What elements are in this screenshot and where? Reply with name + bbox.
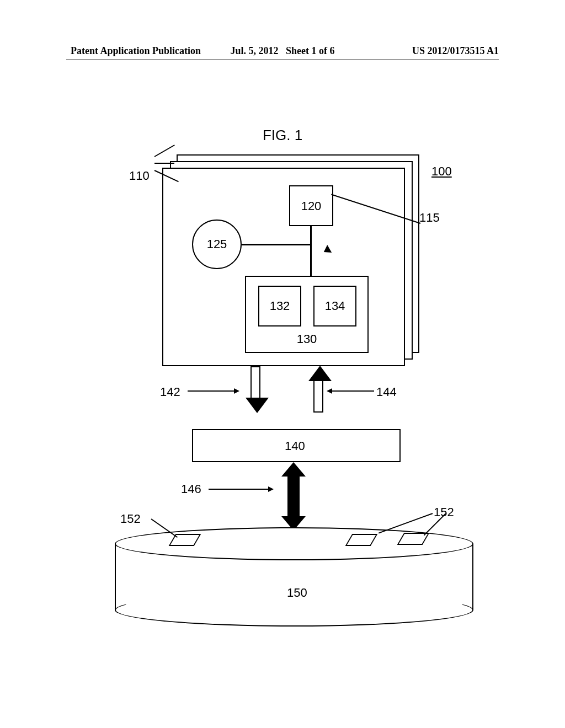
arrow-146 xyxy=(282,462,305,531)
circle-125: 125 xyxy=(192,220,242,269)
header-center: Jul. 5, 2012 Sheet 1 of 6 xyxy=(230,45,334,57)
label-152-left: 152 xyxy=(120,512,141,526)
header-left: Patent Application Publication xyxy=(71,45,201,57)
figure-title: FIG. 1 xyxy=(263,127,302,144)
label-140: 140 xyxy=(285,439,305,453)
figure-1-diagram: 120 125 132 134 130 110 100 115 142 144 … xyxy=(78,154,487,596)
page-header: Patent Application Publication Jul. 5, 2… xyxy=(0,45,565,57)
arrow-142 xyxy=(247,366,264,413)
box-134: 134 xyxy=(313,286,356,326)
leader-142 xyxy=(188,390,238,392)
box-132: 132 xyxy=(258,286,301,326)
header-rule xyxy=(66,60,499,60)
label-152-right: 152 xyxy=(434,505,454,520)
leader-110 xyxy=(154,144,175,157)
label-115: 115 xyxy=(419,211,440,225)
label-110: 110 xyxy=(129,169,150,183)
arrow-144 xyxy=(310,366,327,413)
label-144: 144 xyxy=(376,385,397,399)
connector-125 xyxy=(242,244,311,245)
leader-146 xyxy=(209,489,273,490)
leader-144 xyxy=(332,390,374,392)
label-130: 130 xyxy=(246,332,367,346)
box-120: 120 xyxy=(289,185,333,226)
header-pubno: US 2012/0173515 A1 xyxy=(412,45,499,57)
box-130: 132 134 130 xyxy=(245,276,369,353)
label-142: 142 xyxy=(160,385,180,399)
connector-120-130 xyxy=(310,226,312,276)
label-150: 150 xyxy=(287,586,307,600)
leader-110 xyxy=(154,163,174,164)
label-146: 146 xyxy=(181,482,201,496)
label-100: 100 xyxy=(431,164,452,179)
